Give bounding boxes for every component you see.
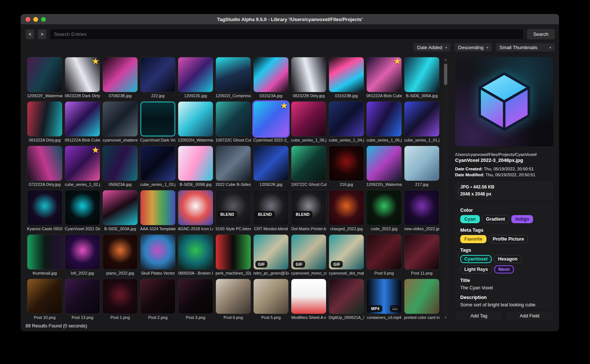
thumbnail[interactable] [178, 190, 213, 225]
grid-item[interactable]: 031523B.jpg [329, 57, 364, 99]
resize-handle-icon[interactable]: ······ [455, 147, 553, 151]
thumbnail[interactable] [216, 279, 251, 314]
tag-chip[interactable]: Profile Picture [489, 235, 528, 243]
grid-item[interactable]: new-oldies_2022.jp [404, 190, 440, 232]
grid-item[interactable]: ★CyanVoxel 2022-3_ [253, 101, 289, 143]
grid-item[interactable]: B-SIDE_003A.jpg [102, 190, 138, 232]
add-field-button[interactable]: Add Field [506, 311, 553, 321]
thumbnail[interactable] [366, 146, 402, 181]
grid-item[interactable]: Post 5.png [253, 279, 289, 320]
grid-item[interactable]: 120922H_Watermar [178, 101, 213, 143]
grid-item[interactable]: GIFcyanvoxel_mono_cr [291, 234, 326, 276]
thumbnail[interactable] [102, 190, 138, 225]
thumbnail[interactable] [216, 57, 251, 92]
thumbnail[interactable] [178, 279, 213, 314]
thumbnail[interactable] [404, 279, 440, 314]
grid-item[interactable]: perk_machines_32p [216, 234, 251, 276]
thumbnail[interactable] [366, 234, 402, 270]
tag-chip[interactable]: CyanVoxel [460, 255, 492, 263]
scrollbar-thumb[interactable] [444, 64, 447, 85]
grid-item[interactable]: 120922G_Watermar [366, 146, 402, 187]
tag-chip[interactable]: Cyan [460, 215, 480, 223]
thumbnail[interactable] [216, 101, 251, 137]
thumbnail[interactable] [102, 101, 138, 137]
close-window-icon[interactable] [26, 17, 30, 22]
grid-item[interactable]: 100722C Ghost Cub [291, 146, 326, 187]
thumbnail[interactable] [102, 146, 138, 181]
thumbnail[interactable]: GIF [253, 234, 289, 270]
thumbnail[interactable] [178, 57, 213, 92]
grid-item[interactable]: 070823B.jpg [102, 57, 138, 99]
grid-item[interactable]: CyanVoxel 2021 Dis [65, 190, 100, 232]
grid-item[interactable]: 120922K.jpg [253, 146, 289, 187]
grid-item[interactable]: GIFretro_pc_green@3x [253, 234, 289, 276]
grid-item[interactable]: DigItUp_050621A_S [329, 279, 364, 320]
preview-image[interactable] [455, 57, 553, 146]
grid-item[interactable]: 120922E.jpg [178, 57, 213, 99]
thumbnail[interactable]: ★ [253, 101, 289, 137]
thumbnail[interactable] [102, 234, 138, 270]
grid-item[interactable]: 120922F_Watermark [27, 57, 62, 99]
grid-item[interactable]: 050623A.jpg [102, 146, 138, 187]
grid-item[interactable]: 2022 Cube B-Sides [216, 146, 251, 187]
grid-item[interactable]: CyanVoxel Dark Vox [140, 101, 176, 143]
grid-item[interactable]: Skull Plates Vector [140, 234, 176, 276]
grid-scrollbar[interactable]: ▲ ▼ [443, 57, 448, 321]
grid-item[interactable]: thumbnail.jpg [27, 234, 62, 276]
thumbnail[interactable]: GIF [329, 234, 364, 270]
thumbnail[interactable]: BLEND [216, 190, 251, 225]
grid-item[interactable]: piano_2022.jpg [102, 234, 138, 276]
thumbnail[interactable] [253, 146, 289, 181]
forward-button[interactable]: > [38, 29, 47, 40]
thumbnail[interactable] [178, 234, 213, 270]
grid-item[interactable]: 081022A Dirty.jpg [27, 101, 62, 143]
grid-item[interactable]: Post 2.png [140, 279, 176, 320]
grid-item[interactable]: Post 3.png [178, 279, 213, 320]
thumbnail[interactable] [65, 101, 100, 137]
tag-chip[interactable]: Favorite [460, 235, 486, 243]
grid-item[interactable]: 217.jpg [404, 146, 440, 187]
grid-item[interactable]: AGNC-2018 Icon Lo [178, 190, 213, 232]
thumbnail[interactable] [291, 101, 326, 137]
grid-item[interactable]: cyanvoxel_shattere [102, 101, 138, 143]
thumbnail[interactable] [253, 279, 289, 314]
thumbnail[interactable] [140, 190, 176, 225]
tag-chip[interactable]: Neon [494, 265, 514, 273]
thumbnail[interactable] [27, 101, 62, 137]
thumbnail[interactable] [27, 57, 62, 92]
grid-item[interactable]: ★082322B Dark Dirty [65, 57, 100, 99]
thumbnail[interactable] [27, 190, 62, 225]
grid-item[interactable]: lofi_2022.jpg [65, 234, 100, 276]
thumbnail[interactable] [27, 279, 62, 314]
thumbnail[interactable] [291, 57, 326, 92]
grid-item[interactable]: 100722C Ghost Cub [216, 101, 251, 143]
thumbnail[interactable]: ★ [366, 57, 402, 92]
thumbnail[interactable] [27, 146, 62, 181]
thumbnail[interactable] [404, 234, 440, 270]
grid-item[interactable]: Post 9.png [366, 234, 402, 276]
thumbnail[interactable] [27, 234, 62, 270]
title-value[interactable]: The Cyan Voxel [460, 285, 549, 290]
grid-item[interactable]: Modifiers Sheet A v [291, 279, 326, 320]
grid-item[interactable]: ★cube_series_1_02.j [65, 146, 100, 187]
thumbnail[interactable] [366, 190, 402, 225]
thumbnail[interactable]: ★ [65, 146, 100, 181]
grid-item[interactable]: B-SIDE_005B.jpg [178, 146, 213, 187]
thumbnail[interactable] [65, 190, 100, 225]
minimize-window-icon[interactable] [33, 17, 38, 22]
grid-item[interactable]: B-SIDE_006A.jpg [404, 57, 440, 99]
grid-item[interactable]: AAA 1024 Template [140, 190, 176, 232]
tag-chip[interactable]: Gradient [482, 215, 509, 223]
thumbnail[interactable]: BLEND [291, 190, 326, 225]
thumbnail[interactable] [329, 279, 364, 314]
back-button[interactable]: < [26, 29, 34, 40]
search-button[interactable]: Search [527, 29, 555, 40]
thumbnail[interactable] [102, 57, 138, 92]
grid-item[interactable]: Post 11.png [404, 234, 440, 276]
sort-order-dropdown[interactable]: Descending ▾ [454, 43, 492, 52]
thumbnail[interactable]: ★ [65, 57, 100, 92]
thumbnail[interactable] [140, 234, 176, 270]
grid-item[interactable]: charged_2022.jpg [329, 190, 364, 232]
grid-item[interactable]: 222.jpg [140, 57, 176, 99]
description-value[interactable]: Some sort of bright teal looking cube. [460, 302, 549, 307]
